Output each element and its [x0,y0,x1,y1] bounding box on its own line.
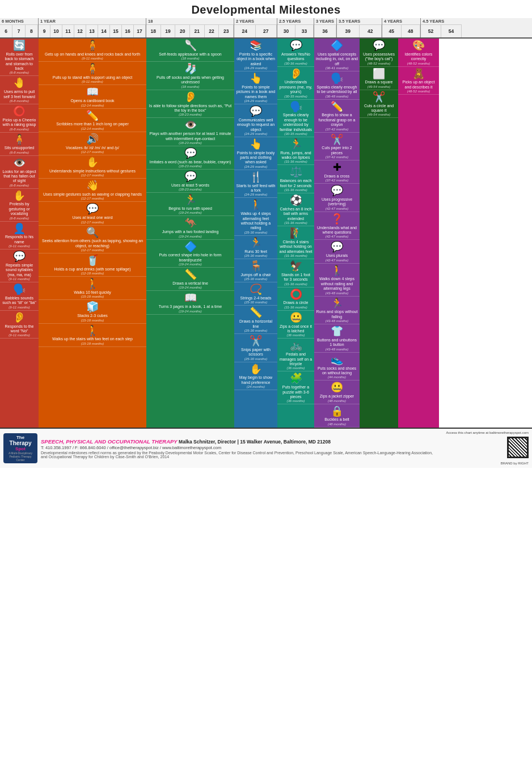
milestone-responds-no: 👂 Responds to the word "No" (9-11 months… [0,311,39,339]
milestone-puzzle-3-6: 🧩 Puts together a puzzle with 3-6 pieces… [277,371,314,404]
draws-circle-icon: ⭕ [290,289,302,301]
zips-jacket-icon: 🤐 [331,382,343,394]
age-group-4years: 4 YEARS 45 48 [382,18,421,37]
logo-sub: A Multi-Disciplinary Pediatric Therapy C… [5,451,36,462]
age-num: 13 [86,25,98,37]
milestone-possessives: 💬 Uses possessives ("the boy's cat") (48… [360,39,398,67]
age-num: 24 [234,25,256,37]
milestone-walks-down-4steps: 🚶 Walks down 4 steps without railing and… [314,264,360,297]
logo-spot: Spot [5,446,36,451]
milestone-walks-quickly: 🚶 Walks 10 feet quickly (15-18 months) [39,277,146,300]
milestone-picks-describes: 🧸 Picks up an object and describes it (4… [398,67,439,95]
pulls-stand-icon: 🧍 [86,64,99,75]
age-num: 19 [161,25,176,37]
band-purple-36months: 🔷 Uses spatial concepts including in, ou… [314,39,360,428]
buttons-icon: 👕 [331,326,343,337]
balance-icon: ⚖️ [290,167,302,178]
milestone-points-pictures: 👆 Points to simple pictures in a book an… [234,71,277,104]
age-group-label: 6 MONTHS [0,18,38,25]
pronouns-icon: 👂 [290,69,302,80]
footer-right: Access this chart anytime at baltimoreth… [438,431,529,466]
milestone-seeks-attention: 🔍 Seeks attention from others (such as t… [39,226,146,254]
milestone-horizontal-line: 📏 Draws a horizontal line (25-30 months) [234,306,277,334]
band-red-6months: 🔄 Rolls over from back to stomach and st… [0,39,39,428]
hand-pref-icon: ✋ [250,364,262,375]
logo-the: The [5,435,36,440]
milestone-gets-up: 🧍 Gets up on hands and knees and rocks b… [39,39,146,62]
page-title: Developmental Milestones [1,3,531,16]
age-ruler: 6 MONTHS 6 7 8 1 YEAR 9 10 11 12 13 14 1… [0,18,532,39]
age-num: 30 [277,25,295,37]
milestone-looks-fallen: 👁️ Looks for an object that has fallen o… [0,156,39,189]
age-group-3years: 3 YEARS 36 [314,18,337,37]
age-num: 36 [314,25,336,37]
milestone-what-where: ❓ Understands what and where questions (… [314,212,360,240]
walks-steps-icon: 🚶 [250,200,262,211]
milestone-draws-cross: ✚ Draws a cross (37-42 months) [314,160,360,184]
age-group-label: 2.5 YEARS [277,18,314,25]
milestone-pulls-stand: 🧍 Pulls up to stand with support using a… [39,62,146,85]
age-num: 33 [295,25,314,37]
milestone-pronouns: 👂 Understands pronouns (me, my, yours) (… [277,67,314,100]
body-parts-icon: 👆 [250,139,262,150]
age-num: 48 [402,25,421,37]
milestone-climbs-4stairs: 🧗 Climbs 4 stairs without holding on and… [277,226,314,259]
jumps-icon: 🦘 [184,218,197,229]
age-num: 12 [74,25,86,37]
yes-no-icon: 💬 [290,40,302,52]
band-teal-30months: 💬 Answers Yes/No questions (30-36 months… [277,39,314,428]
milestone-points-body-parts: 👆 Points to simple body parts and clothi… [234,137,277,170]
understands-icon: ✋ [86,157,99,168]
milestone-progressive: 💬 Uses progressive (verb+ing) (42-47 mon… [314,184,360,212]
qr-code [507,437,529,458]
footer-fax: F: 866.840.6040 [75,445,106,450]
age-group-4.5years: 4.5 YEARS 52 54 [421,18,462,37]
band-orange-9months: 🧍 Gets up on hands and knees and rocks b… [39,39,146,428]
footer-website: www.baltimoretherapyspot.com [162,445,221,450]
milestone-zips-coat: 🤐 Zips a coat once it is latched (36 mon… [277,311,314,339]
milestone-sits: 🧍 Sits unsupported (6-8 months) [0,133,39,156]
rolls-over-icon: 🔄 [13,40,26,52]
vertical-line-icon: 📏 [184,269,197,281]
milestone-cardboard-book: 📖 Opens a cardboard book (12-14 months) [39,85,146,108]
scribbles-icon: ✏️ [86,111,99,122]
age-group-label: 2 YEARS [234,18,277,25]
milestone-plurals: 💬 Uses plurals (42-47 months) [314,240,360,263]
milestone-protests: ✋ Protests by gesturing or vocalizing (6… [0,189,39,222]
footer-address: 15 Walker Avenue, Baltimore, MD 21208 [240,439,331,445]
age-group-2years: 2 YEARS 24 27 [234,18,277,37]
age-num: 27 [256,25,277,37]
milestone-functional-grasp: ✏️ Begins to show a functional grasp on … [314,100,360,133]
age-group-label: 4.5 YEARS [421,18,462,25]
milestone-communicates-request: 💬 Communicates well enough to request an… [234,104,277,137]
progressive-icon: 💬 [331,185,343,197]
age-num: 23 [219,25,234,37]
main-chart: 🔄 Rolls over from back to stomach and st… [0,39,532,428]
milestone-babbles: 🗣️ Babbles sounds such as "di" or "ba" (… [0,282,39,311]
catches-icon: ⚽ [290,195,302,206]
milestone-spatial-concepts: 🔷 Uses spatial concepts including in, ou… [314,39,360,71]
milestone-one-word: 💬 Uses at least one word (12-17 months) [39,202,146,225]
milestone-walks-4steps: 🚶 Walks up 4 steps alternating feet with… [234,198,277,235]
seeks-attention-icon: 🔍 [86,227,99,239]
milestone-speaks-all: 🗣️ Speaks clearly enough to be understoo… [314,71,360,100]
footer-contact: T: 410.358.1997 / F: 866.840.6040 / offi… [41,445,438,450]
possessives-icon: 💬 [373,40,385,52]
footer-phone: T: 410.358.1997 [41,445,71,450]
milestone-cuts-circle-square: ✂️ Cuts a circle and square it (49-54 mo… [360,90,398,119]
imitates-icon: 💬 [184,148,197,159]
responds-name-icon: 👤 [13,223,26,235]
footer-director: Malka Schnitzer, Director [179,439,236,445]
milestone-picks-cheerio: ⭕ Picks up a Cheerio with a raking grasp… [0,104,39,133]
age-group-3.5years: 3.5 YEARS 39 42 [337,18,382,37]
milestone-self-feed-fork: 🍴 Starts to self feed with a fork (24-29… [234,170,277,198]
milestone-pedals-trike: 🚲 Pedals and manages self on a tricycle … [277,339,314,371]
milestone-turns-pages: 📖 Turns 3 pages in a book, 1 at a time (… [146,291,234,314]
plurals-icon: 💬 [331,242,343,253]
band-green-18months: 🥄 Self-feeds applesauce with a spoon (18… [146,39,234,428]
age-num: 42 [360,25,382,37]
footer-qr-label: Access this chart anytime at baltimoreth… [438,431,529,436]
age-group-6months: 6 MONTHS 6 7 8 [0,18,39,37]
age-group-2.5years: 2.5 YEARS 30 33 [277,18,314,37]
five-words-icon: 💬 [184,171,197,183]
